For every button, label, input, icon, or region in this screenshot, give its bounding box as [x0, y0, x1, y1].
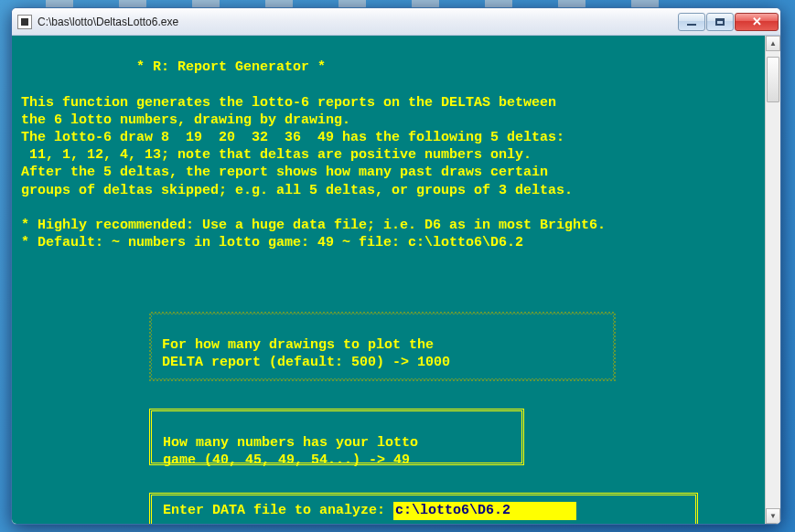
console-output: * R: Report Generator * This function ge… [12, 36, 765, 524]
scroll-down-button[interactable]: ▼ [766, 508, 780, 524]
prompt-numbers-label: game (40, 45, 49, 54...) -> [163, 452, 393, 468]
scroll-up-button[interactable]: ▲ [766, 36, 780, 51]
prompt-drawings-value[interactable]: 1000 [417, 355, 450, 370]
intro-line: groups of deltas skipped; e.g. all 5 del… [21, 183, 573, 198]
vertical-scrollbar[interactable]: ▲ ▼ [765, 36, 780, 524]
prompt-numbers-l1: How many numbers has your lotto [163, 435, 418, 451]
maximize-button[interactable] [706, 13, 734, 31]
intro-line: After the 5 deltas, the report shows how… [21, 165, 548, 180]
window-title: C:\bas\lotto\DeltasLotto6.exe [38, 16, 678, 28]
app-icon [17, 15, 32, 29]
report-title: * R: Report Generator * [21, 59, 761, 76]
prompt-numbers-box: How many numbers has your lotto game (40… [149, 409, 524, 465]
close-button[interactable]: ✕ [735, 13, 779, 31]
prompt-drawings-box: For how many drawings to plot the DELTA … [149, 312, 616, 381]
intro-line: the 6 lotto numbers, drawing by drawing. [21, 112, 350, 128]
prompt-drawings-l1: For how many drawings to plot the [162, 337, 434, 353]
prompt-datafile-box: Enter DATA file to analyze: c:\lotto6\D6… [149, 493, 698, 524]
default-line: * Default: ~ numbers in lotto game: 49 ~… [21, 235, 523, 250]
scroll-thumb[interactable] [767, 57, 779, 102]
titlebar[interactable]: C:\bas\lotto\DeltasLotto6.exe ✕ [12, 8, 780, 36]
recommendation-line: * Highly recommended: Use a huge data fi… [21, 218, 606, 233]
intro-line: 11, 1, 12, 4, 13; note that deltas are p… [21, 147, 532, 163]
intro-line: The lotto-6 draw 8 19 20 32 36 49 has th… [21, 130, 564, 145]
prompt-numbers-value[interactable]: 49 [393, 452, 410, 468]
prompt-drawings-label: DELTA report (default: 500) -> [162, 355, 417, 370]
scroll-track[interactable] [766, 51, 780, 508]
app-window: C:\bas\lotto\DeltasLotto6.exe ✕ * R: Rep… [11, 7, 781, 525]
minimize-button[interactable] [678, 13, 705, 31]
datafile-input[interactable]: c:\lotto6\D6.2 [393, 502, 576, 519]
intro-line: This function generates the lotto-6 repo… [21, 95, 556, 111]
prompt-datafile-label: Enter DATA file to analyze: [163, 502, 393, 519]
